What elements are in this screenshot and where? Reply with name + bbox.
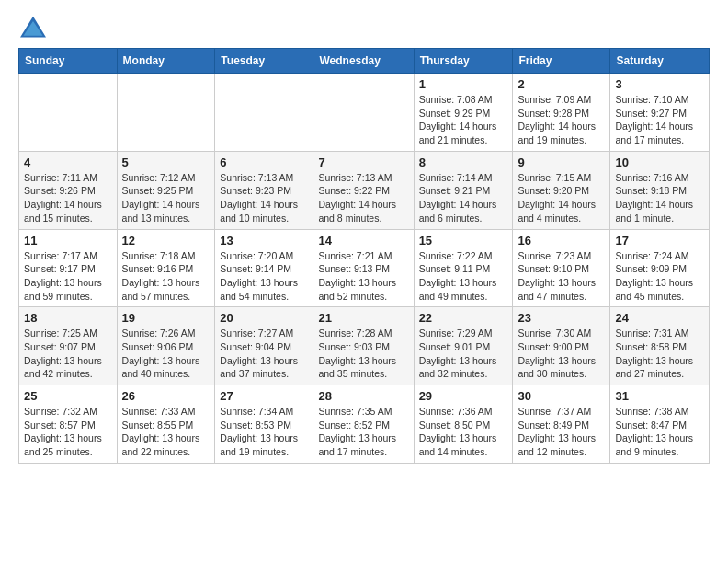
day-number: 17 bbox=[615, 234, 704, 247]
day-content: Sunrise: 7:28 AM Sunset: 9:03 PM Dayligh… bbox=[318, 327, 408, 381]
day-of-week-header: Sunday bbox=[19, 49, 118, 74]
day-content: Sunrise: 7:24 AM Sunset: 9:09 PM Dayligh… bbox=[615, 249, 704, 304]
day-number: 6 bbox=[220, 155, 308, 169]
day-of-week-header: Thursday bbox=[414, 49, 513, 74]
day-content: Sunrise: 7:18 AM Sunset: 9:16 PM Dayligh… bbox=[122, 249, 210, 304]
calendar-day-cell: 18Sunrise: 7:25 AM Sunset: 9:07 PM Dayli… bbox=[19, 307, 118, 385]
day-content: Sunrise: 7:34 AM Sunset: 8:53 PM Dayligh… bbox=[220, 405, 308, 459]
day-number: 15 bbox=[419, 234, 508, 247]
calendar-day-cell: 4Sunrise: 7:11 AM Sunset: 9:26 PM Daylig… bbox=[19, 151, 118, 229]
day-number: 8 bbox=[419, 155, 508, 169]
day-content: Sunrise: 7:16 AM Sunset: 9:18 PM Dayligh… bbox=[615, 171, 704, 225]
day-of-week-header: Tuesday bbox=[215, 49, 313, 74]
day-number: 3 bbox=[615, 77, 704, 91]
day-content: Sunrise: 7:27 AM Sunset: 9:04 PM Dayligh… bbox=[220, 327, 308, 381]
day-number: 14 bbox=[318, 234, 408, 247]
day-of-week-header: Wednesday bbox=[313, 49, 414, 74]
day-number: 30 bbox=[518, 389, 605, 403]
calendar-day-cell: 28Sunrise: 7:35 AM Sunset: 8:52 PM Dayli… bbox=[313, 385, 414, 464]
calendar-day-cell bbox=[313, 74, 414, 152]
calendar-day-cell: 12Sunrise: 7:18 AM Sunset: 9:16 PM Dayli… bbox=[117, 229, 215, 307]
day-content: Sunrise: 7:13 AM Sunset: 9:23 PM Dayligh… bbox=[220, 171, 308, 225]
day-content: Sunrise: 7:11 AM Sunset: 9:26 PM Dayligh… bbox=[24, 171, 112, 225]
day-content: Sunrise: 7:17 AM Sunset: 9:17 PM Dayligh… bbox=[24, 249, 112, 304]
calendar-day-cell: 24Sunrise: 7:31 AM Sunset: 8:58 PM Dayli… bbox=[610, 307, 710, 385]
calendar-week-row: 1Sunrise: 7:08 AM Sunset: 9:29 PM Daylig… bbox=[19, 74, 710, 152]
day-number: 10 bbox=[615, 155, 704, 169]
day-content: Sunrise: 7:36 AM Sunset: 8:50 PM Dayligh… bbox=[419, 405, 508, 459]
calendar-week-row: 4Sunrise: 7:11 AM Sunset: 9:26 PM Daylig… bbox=[19, 151, 710, 229]
day-number: 27 bbox=[220, 389, 308, 403]
calendar-day-cell: 16Sunrise: 7:23 AM Sunset: 9:10 PM Dayli… bbox=[513, 229, 610, 307]
day-number: 11 bbox=[24, 234, 112, 247]
calendar-day-cell bbox=[117, 74, 215, 152]
calendar-day-cell: 8Sunrise: 7:14 AM Sunset: 9:21 PM Daylig… bbox=[414, 151, 513, 229]
day-number: 18 bbox=[24, 311, 112, 325]
day-number: 29 bbox=[419, 389, 508, 403]
calendar-day-cell: 21Sunrise: 7:28 AM Sunset: 9:03 PM Dayli… bbox=[313, 307, 414, 385]
calendar-day-cell: 11Sunrise: 7:17 AM Sunset: 9:17 PM Dayli… bbox=[19, 229, 118, 307]
calendar-day-cell: 14Sunrise: 7:21 AM Sunset: 9:13 PM Dayli… bbox=[313, 229, 414, 307]
day-number: 13 bbox=[220, 234, 308, 247]
day-content: Sunrise: 7:35 AM Sunset: 8:52 PM Dayligh… bbox=[318, 405, 408, 459]
day-number: 22 bbox=[419, 311, 508, 325]
day-number: 2 bbox=[518, 77, 605, 91]
calendar-day-cell: 19Sunrise: 7:26 AM Sunset: 9:06 PM Dayli… bbox=[117, 307, 215, 385]
calendar-day-cell: 3Sunrise: 7:10 AM Sunset: 9:27 PM Daylig… bbox=[610, 74, 710, 152]
calendar-week-row: 11Sunrise: 7:17 AM Sunset: 9:17 PM Dayli… bbox=[19, 229, 710, 307]
day-content: Sunrise: 7:38 AM Sunset: 8:47 PM Dayligh… bbox=[615, 405, 704, 459]
day-number: 26 bbox=[122, 389, 210, 403]
calendar-day-cell: 15Sunrise: 7:22 AM Sunset: 9:11 PM Dayli… bbox=[414, 229, 513, 307]
calendar-day-cell: 22Sunrise: 7:29 AM Sunset: 9:01 PM Dayli… bbox=[414, 307, 513, 385]
calendar-day-cell: 10Sunrise: 7:16 AM Sunset: 9:18 PM Dayli… bbox=[610, 151, 710, 229]
calendar-day-cell: 31Sunrise: 7:38 AM Sunset: 8:47 PM Dayli… bbox=[610, 385, 710, 464]
calendar-day-cell: 20Sunrise: 7:27 AM Sunset: 9:04 PM Dayli… bbox=[215, 307, 313, 385]
day-number: 1 bbox=[419, 77, 508, 91]
day-of-week-header: Monday bbox=[117, 49, 215, 74]
day-content: Sunrise: 7:32 AM Sunset: 8:57 PM Dayligh… bbox=[24, 405, 112, 459]
day-content: Sunrise: 7:26 AM Sunset: 9:06 PM Dayligh… bbox=[122, 327, 210, 381]
day-content: Sunrise: 7:08 AM Sunset: 9:29 PM Dayligh… bbox=[419, 93, 508, 147]
day-content: Sunrise: 7:23 AM Sunset: 9:10 PM Dayligh… bbox=[518, 249, 605, 304]
day-content: Sunrise: 7:14 AM Sunset: 9:21 PM Dayligh… bbox=[419, 171, 508, 225]
calendar-day-cell: 25Sunrise: 7:32 AM Sunset: 8:57 PM Dayli… bbox=[19, 385, 118, 464]
calendar-day-cell: 5Sunrise: 7:12 AM Sunset: 9:25 PM Daylig… bbox=[117, 151, 215, 229]
day-content: Sunrise: 7:12 AM Sunset: 9:25 PM Dayligh… bbox=[122, 171, 210, 225]
day-content: Sunrise: 7:37 AM Sunset: 8:49 PM Dayligh… bbox=[518, 405, 605, 459]
day-number: 4 bbox=[24, 155, 112, 169]
calendar-day-cell: 1Sunrise: 7:08 AM Sunset: 9:29 PM Daylig… bbox=[414, 74, 513, 152]
header bbox=[18, 15, 710, 40]
day-number: 12 bbox=[122, 234, 210, 247]
calendar-week-row: 25Sunrise: 7:32 AM Sunset: 8:57 PM Dayli… bbox=[19, 385, 710, 464]
day-number: 16 bbox=[518, 234, 605, 247]
day-content: Sunrise: 7:10 AM Sunset: 9:27 PM Dayligh… bbox=[615, 93, 704, 147]
calendar-day-cell: 26Sunrise: 7:33 AM Sunset: 8:55 PM Dayli… bbox=[117, 385, 215, 464]
calendar-day-cell: 2Sunrise: 7:09 AM Sunset: 9:28 PM Daylig… bbox=[513, 74, 610, 152]
calendar-day-cell: 23Sunrise: 7:30 AM Sunset: 9:00 PM Dayli… bbox=[513, 307, 610, 385]
calendar-day-cell: 6Sunrise: 7:13 AM Sunset: 9:23 PM Daylig… bbox=[215, 151, 313, 229]
day-content: Sunrise: 7:15 AM Sunset: 9:20 PM Dayligh… bbox=[518, 171, 605, 225]
day-number: 25 bbox=[24, 389, 112, 403]
calendar-day-cell bbox=[19, 74, 118, 152]
calendar-day-cell: 7Sunrise: 7:13 AM Sunset: 9:22 PM Daylig… bbox=[313, 151, 414, 229]
day-number: 5 bbox=[122, 155, 210, 169]
calendar-day-cell bbox=[215, 74, 313, 152]
day-content: Sunrise: 7:13 AM Sunset: 9:22 PM Dayligh… bbox=[318, 171, 408, 225]
calendar-day-cell: 30Sunrise: 7:37 AM Sunset: 8:49 PM Dayli… bbox=[513, 385, 610, 464]
calendar-day-cell: 17Sunrise: 7:24 AM Sunset: 9:09 PM Dayli… bbox=[610, 229, 710, 307]
logo bbox=[18, 15, 51, 40]
calendar-header-row: SundayMondayTuesdayWednesdayThursdayFrid… bbox=[19, 49, 710, 74]
day-content: Sunrise: 7:31 AM Sunset: 8:58 PM Dayligh… bbox=[615, 327, 704, 381]
day-content: Sunrise: 7:21 AM Sunset: 9:13 PM Dayligh… bbox=[318, 249, 408, 304]
day-number: 7 bbox=[318, 155, 408, 169]
day-content: Sunrise: 7:09 AM Sunset: 9:28 PM Dayligh… bbox=[518, 93, 605, 147]
calendar-week-row: 18Sunrise: 7:25 AM Sunset: 9:07 PM Dayli… bbox=[19, 307, 710, 385]
day-number: 24 bbox=[615, 311, 704, 325]
day-number: 21 bbox=[318, 311, 408, 325]
day-content: Sunrise: 7:22 AM Sunset: 9:11 PM Dayligh… bbox=[419, 249, 508, 304]
calendar-day-cell: 29Sunrise: 7:36 AM Sunset: 8:50 PM Dayli… bbox=[414, 385, 513, 464]
day-of-week-header: Saturday bbox=[610, 49, 710, 74]
day-number: 28 bbox=[318, 389, 408, 403]
day-content: Sunrise: 7:29 AM Sunset: 9:01 PM Dayligh… bbox=[419, 327, 508, 381]
calendar-day-cell: 27Sunrise: 7:34 AM Sunset: 8:53 PM Dayli… bbox=[215, 385, 313, 464]
